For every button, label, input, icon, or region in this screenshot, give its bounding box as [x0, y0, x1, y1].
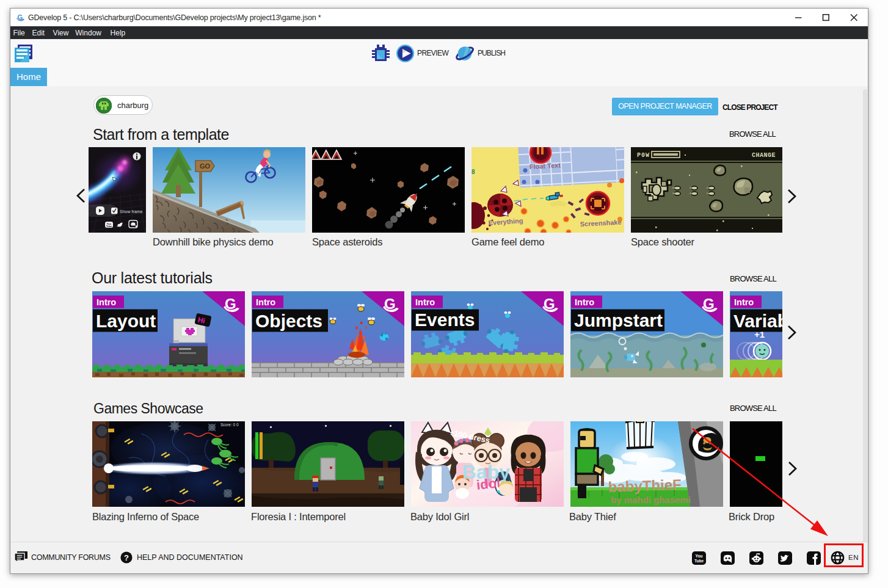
svg-text:CHANGE: CHANGE: [752, 152, 776, 159]
svg-text:Intro: Intro: [256, 297, 275, 307]
svg-text:Objects: Objects: [255, 311, 322, 331]
svg-text:8: 8: [471, 169, 475, 175]
svg-text:Jumpstart: Jumpstart: [574, 310, 663, 330]
svg-text:P0W: P0W: [637, 152, 650, 159]
svg-text:Intro: Intro: [734, 297, 754, 307]
svg-text:Layout: Layout: [96, 311, 156, 331]
svg-text:Score: 0 0: Score: 0 0: [220, 423, 239, 427]
svg-text:Intro: Intro: [575, 297, 594, 307]
svg-text:Events: Events: [415, 310, 475, 330]
svg-text:by mahdi ghasemi: by mahdi ghasemi: [611, 495, 691, 505]
svg-text:You: You: [696, 554, 703, 558]
svg-text:idol: idol: [475, 475, 501, 493]
svg-text:Variabl: Variabl: [733, 311, 782, 331]
svg-text:Show frame: Show frame: [120, 209, 142, 214]
svg-text:Tube: Tube: [106, 225, 112, 228]
svg-text:GO: GO: [200, 162, 211, 170]
svg-text:G: G: [18, 13, 23, 21]
svg-text:Intro: Intro: [96, 297, 116, 307]
svg-text:babyThieF: babyThieF: [608, 476, 682, 495]
svg-text:?: ?: [124, 553, 129, 562]
svg-text:Tube: Tube: [694, 559, 704, 563]
svg-text:Intro: Intro: [415, 297, 435, 307]
